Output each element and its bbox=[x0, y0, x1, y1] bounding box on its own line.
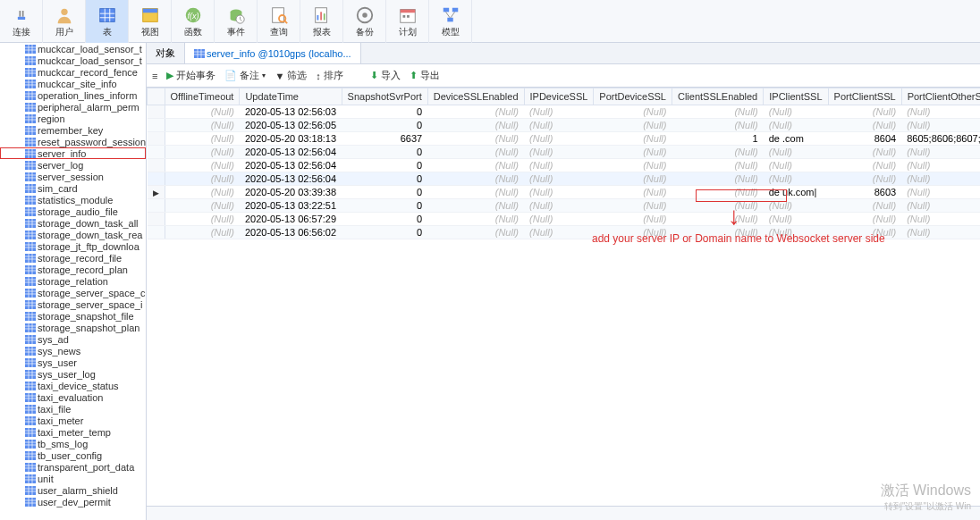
cell-dse[interactable]: (Null) bbox=[427, 199, 524, 213]
cell-sp[interactable]: 0 bbox=[342, 159, 427, 172]
cell-pcs[interactable]: (Null) bbox=[828, 226, 901, 239]
view-tool[interactable]: 视图 bbox=[129, 0, 172, 43]
cell-ut[interactable]: 2020-05-20 03:39:38 bbox=[240, 186, 342, 199]
cell-sp[interactable]: 0 bbox=[342, 226, 427, 239]
cell-ot[interactable]: (Null) bbox=[165, 226, 240, 239]
sidebar-item-sys_user[interactable]: sys_user bbox=[0, 356, 146, 368]
cell-ipc[interactable]: (Null) bbox=[764, 119, 828, 132]
sidebar-item-taxi_evaluation[interactable]: taxi_evaluation bbox=[0, 391, 146, 403]
sidebar-item-tb_sms_log[interactable]: tb_sms_log bbox=[0, 438, 146, 449]
sidebar-item-storage_relation[interactable]: storage_relation bbox=[0, 275, 146, 287]
cell-pcs[interactable]: (Null) bbox=[828, 105, 901, 119]
column-header-OfflineTimeout[interactable]: OfflineTimeout bbox=[165, 88, 240, 105]
cell-ipd[interactable]: (Null) bbox=[524, 159, 594, 172]
cell-ut[interactable]: 2020-05-13 02:56:03 bbox=[240, 105, 342, 119]
cell-ipd[interactable]: (Null) bbox=[524, 146, 594, 159]
function-tool[interactable]: f(x)函数 bbox=[172, 0, 215, 43]
cell-dse[interactable]: (Null) bbox=[427, 132, 524, 146]
cell-pds[interactable]: (Null) bbox=[594, 199, 672, 213]
cell-pds[interactable]: (Null) bbox=[594, 119, 672, 132]
import-button[interactable]: ⬇导入 bbox=[370, 69, 401, 82]
cell-dse[interactable]: (Null) bbox=[427, 226, 524, 239]
sidebar-item-muckcar_load_sensor_t[interactable]: muckcar_load_sensor_t bbox=[0, 43, 146, 55]
cell-ipc[interactable]: de uk.com| bbox=[764, 186, 828, 199]
cell-ipc[interactable]: (Null) bbox=[764, 226, 828, 239]
cell-ipd[interactable]: (Null) bbox=[524, 226, 594, 239]
column-header-PortClientSSL[interactable]: PortClientSSL bbox=[828, 88, 901, 105]
cell-ot[interactable]: (Null) bbox=[165, 186, 240, 199]
cell-cse[interactable]: (Null) bbox=[672, 199, 763, 213]
sidebar-item-taxi_meter[interactable]: taxi_meter bbox=[0, 415, 146, 426]
cell-cse[interactable]: (Null) bbox=[672, 213, 763, 226]
column-header-PortDeviceSSL[interactable]: PortDeviceSSL bbox=[594, 88, 672, 105]
cell-cse[interactable]: (Null) bbox=[672, 226, 763, 239]
table-row[interactable]: (Null)2020-05-13 02:56:040(Null)(Null)(N… bbox=[148, 146, 981, 159]
cell-ipc[interactable]: de .com bbox=[764, 132, 828, 146]
column-header-PortClientOtherSSL[interactable]: PortClientOtherSSL bbox=[901, 88, 980, 105]
cell-ot[interactable]: (Null) bbox=[165, 119, 240, 132]
cell-pds[interactable]: (Null) bbox=[594, 159, 672, 172]
cell-dse[interactable]: (Null) bbox=[427, 213, 524, 226]
column-header-UpdateTime[interactable]: UpdateTime bbox=[240, 88, 342, 105]
cell-ot[interactable]: (Null) bbox=[165, 172, 240, 186]
cell-ut[interactable]: 2020-05-20 03:18:13 bbox=[240, 132, 342, 146]
sidebar-item-taxi_meter_temp[interactable]: taxi_meter_temp bbox=[0, 426, 146, 438]
serverinfo-tab[interactable]: server_info @1010gps (localho... bbox=[185, 43, 361, 63]
schedule-tool[interactable]: 计划 bbox=[386, 0, 429, 43]
sidebar-item-muckcar_record_fence[interactable]: muckcar_record_fence bbox=[0, 66, 146, 78]
cell-ot[interactable]: (Null) bbox=[165, 105, 240, 119]
cell-pco[interactable]: (Null) bbox=[901, 119, 980, 132]
query-tool[interactable]: 查询 bbox=[258, 0, 300, 43]
sidebar-item-storage_snapshot_file[interactable]: storage_snapshot_file bbox=[0, 310, 146, 322]
cell-sp[interactable]: 0 bbox=[342, 146, 427, 159]
start-transaction-button[interactable]: ▶开始事务 bbox=[166, 69, 215, 82]
cell-pcs[interactable]: (Null) bbox=[828, 213, 901, 226]
cell-ipc[interactable]: (Null) bbox=[764, 146, 828, 159]
cell-ipd[interactable]: (Null) bbox=[524, 186, 594, 199]
cell-ot[interactable]: (Null) bbox=[165, 146, 240, 159]
cell-ut[interactable]: 2020-05-13 02:56:05 bbox=[240, 119, 342, 132]
horizontal-scrollbar[interactable] bbox=[147, 506, 980, 520]
cell-pco[interactable]: (Null) bbox=[901, 172, 980, 186]
cell-ot[interactable]: (Null) bbox=[165, 159, 240, 172]
column-header-IPClientSSL[interactable]: IPClientSSL bbox=[764, 88, 828, 105]
cell-pds[interactable]: (Null) bbox=[594, 105, 672, 119]
column-header-SnapshotSvrPort[interactable]: SnapshotSvrPort bbox=[342, 88, 427, 105]
sidebar-item-user_dev_permit[interactable]: user_dev_permit bbox=[0, 496, 146, 507]
cell-sp[interactable]: 0 bbox=[342, 105, 427, 119]
cell-ipc[interactable]: (Null) bbox=[764, 159, 828, 172]
cell-pco[interactable]: 8605;8606;8607;8608;8609 bbox=[901, 132, 980, 146]
report-tool[interactable]: 报表 bbox=[300, 0, 343, 43]
cell-pds[interactable]: (Null) bbox=[594, 226, 672, 239]
cell-ipd[interactable]: (Null) bbox=[524, 132, 594, 146]
cell-pcs[interactable]: (Null) bbox=[828, 159, 901, 172]
cell-pco[interactable]: (Null) bbox=[901, 213, 980, 226]
table-row[interactable]: (Null)2020-05-13 03:22:510(Null)(Null)(N… bbox=[148, 199, 981, 213]
cell-pco[interactable]: (Null) bbox=[901, 186, 980, 199]
sidebar-item-storage_down_task_all[interactable]: storage_down_task_all bbox=[0, 217, 146, 229]
sidebar-item-unit[interactable]: unit bbox=[0, 473, 146, 484]
sidebar-item-storage_audio_file[interactable]: storage_audio_file bbox=[0, 205, 146, 217]
sidebar-item-server_log[interactable]: server_log bbox=[0, 159, 146, 171]
cell-ipc[interactable]: (Null) bbox=[764, 199, 828, 213]
cell-sp[interactable]: 0 bbox=[342, 119, 427, 132]
cell-pcs[interactable]: 8603 bbox=[828, 186, 901, 199]
sidebar-item-operation_lines_inform[interactable]: operation_lines_inform bbox=[0, 89, 146, 101]
cell-ot[interactable]: (Null) bbox=[165, 132, 240, 146]
cell-sp[interactable]: 6637 bbox=[342, 132, 427, 146]
cell-cse[interactable]: (Null) bbox=[672, 105, 763, 119]
sidebar-item-region[interactable]: region bbox=[0, 113, 146, 124]
cell-pcs[interactable]: (Null) bbox=[828, 172, 901, 186]
table-tool[interactable]: 表 bbox=[86, 0, 129, 43]
memo-button[interactable]: 📄备注▾ bbox=[224, 69, 266, 82]
table-row[interactable]: (Null)2020-05-13 02:56:040(Null)(Null)(N… bbox=[148, 172, 981, 186]
column-header-IPDeviceSSL[interactable]: IPDeviceSSL bbox=[524, 88, 594, 105]
cell-ut[interactable]: 2020-05-13 06:56:02 bbox=[240, 226, 342, 239]
event-tool[interactable]: 事件 bbox=[215, 0, 258, 43]
cell-pds[interactable]: (Null) bbox=[594, 132, 672, 146]
cell-cse[interactable]: (Null) bbox=[672, 159, 763, 172]
sidebar-item-taxi_file[interactable]: taxi_file bbox=[0, 403, 146, 415]
table-row[interactable]: (Null)2020-05-13 02:56:040(Null)(Null)(N… bbox=[148, 159, 981, 172]
sidebar-item-sim_card[interactable]: sim_card bbox=[0, 182, 146, 194]
cell-ipd[interactable]: (Null) bbox=[524, 105, 594, 119]
